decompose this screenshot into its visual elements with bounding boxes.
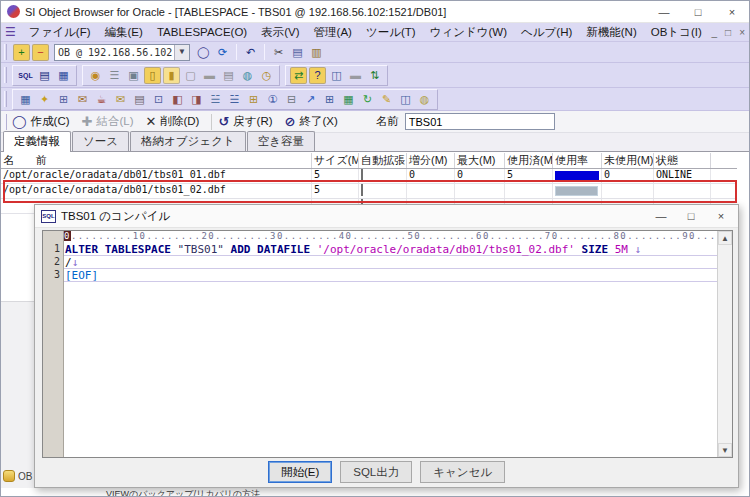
- new-object-icon[interactable]: ◯: [195, 44, 212, 61]
- menu-view[interactable]: 表示(V): [254, 23, 306, 42]
- editor-scrollbar[interactable]: ▲ ▼: [717, 231, 732, 457]
- toolbar-tools: SQL▤▦◉☰▣▯▮▢▬▤◍◷⇄?◫▬⇅: [1, 63, 749, 88]
- comment-icon[interactable]: ▬: [347, 67, 364, 84]
- connection-selector[interactable]: OB @ 192.168.56.102:152▼: [54, 44, 190, 61]
- mdi-minimize-button[interactable]: _: [712, 27, 718, 38]
- autoextend-checkbox[interactable]: [361, 169, 363, 181]
- cup-icon[interactable]: ☕: [93, 91, 110, 108]
- sql-output-button[interactable]: SQL出力: [340, 461, 412, 483]
- sql-editor[interactable]: 123 0.........10........20........30....…: [42, 230, 733, 458]
- help-tool-icon[interactable]: ?: [309, 67, 326, 84]
- envelope-icon[interactable]: ✉: [112, 91, 129, 108]
- connect-db-icon[interactable]: +: [13, 44, 30, 61]
- tab-stored-objects[interactable]: 格納オブジェクト: [130, 131, 246, 151]
- tree-a-icon[interactable]: ☱: [207, 91, 224, 108]
- copy-objects-icon[interactable]: ▤: [220, 67, 237, 84]
- menu-window[interactable]: ウィンドウ(W): [423, 23, 514, 42]
- menu-help[interactable]: ヘルプ(H): [514, 23, 579, 42]
- maximize-button[interactable]: □: [681, 1, 715, 23]
- finish-button[interactable]: ⊘終了(X): [285, 114, 338, 129]
- datafile-row[interactable]: /opt/oracle/oradata/db01/tbs01_01.dbf500…: [1, 169, 737, 184]
- app-icon: [7, 5, 20, 18]
- window-b-icon[interactable]: ◨: [188, 91, 205, 108]
- sql-token: ↓: [72, 256, 79, 269]
- column-header-name: 名 前: [1, 153, 312, 168]
- refresh-icon[interactable]: ⟳: [214, 44, 231, 61]
- column-header-status: 状態: [654, 153, 711, 168]
- db-objects-icon[interactable]: ☰: [106, 67, 123, 84]
- create-button[interactable]: ◯作成(C): [12, 114, 70, 129]
- script-executor-icon[interactable]: ▤: [36, 67, 53, 84]
- column-header-size: サイズ(M: [312, 153, 359, 168]
- dialog-minimize-button[interactable]: —: [646, 205, 676, 228]
- menu-tools[interactable]: ツール(T): [359, 23, 423, 42]
- menu-edit[interactable]: 編集(E): [98, 23, 150, 42]
- toolbar-objects: ▦✦⊞✉☕✉▤⊡◧◨☱☱⊞①⊟↗⊞▦↻✎◫◍: [1, 88, 749, 111]
- name-input[interactable]: [405, 113, 555, 130]
- dialog-maximize-button[interactable]: □: [676, 205, 706, 228]
- import-export-icon[interactable]: ⇄: [290, 67, 307, 84]
- mdi-restore-button[interactable]: □: [725, 27, 731, 38]
- scroll-down-icon[interactable]: ▼: [718, 443, 732, 457]
- menu-tablespace[interactable]: TABLESPACE(O): [150, 23, 254, 42]
- menu-file[interactable]: ファイル(F): [22, 23, 98, 42]
- cut-icon[interactable]: ✂: [270, 44, 287, 61]
- cancel-button[interactable]: キャンセル: [420, 461, 505, 483]
- settings-grid-icon[interactable]: ⊞: [245, 91, 262, 108]
- calendar-icon[interactable]: ⊞: [55, 91, 72, 108]
- storage-icon[interactable]: ▮: [163, 67, 180, 84]
- mdi-close-button[interactable]: ×: [739, 27, 745, 38]
- window-a-icon[interactable]: ◧: [169, 91, 186, 108]
- datafile-row[interactable]: /opt/oracle/oradata/db01/tbs01_02.dbf5: [1, 184, 737, 199]
- watch-window-icon[interactable]: ◫: [328, 67, 345, 84]
- recycle-icon[interactable]: ↻: [359, 91, 376, 108]
- sql-code-area[interactable]: 0.........10........20........30........…: [64, 231, 717, 457]
- page-icon[interactable]: ▢: [182, 67, 199, 84]
- key-icon[interactable]: ✦: [36, 91, 53, 108]
- delete-button[interactable]: ✕削除(D): [146, 114, 200, 129]
- cell-unused: 0: [602, 169, 654, 183]
- menu-admin[interactable]: 管理(A): [307, 23, 359, 42]
- window-ext-icon[interactable]: ⊟: [283, 91, 300, 108]
- column-window-icon[interactable]: ◫: [397, 91, 414, 108]
- server-icon[interactable]: ▣: [125, 67, 142, 84]
- tree-b-icon[interactable]: ☱: [226, 91, 243, 108]
- menu-newfeatures[interactable]: 新機能(N): [579, 23, 643, 42]
- revert-button[interactable]: ↺戻す(R): [218, 114, 272, 129]
- session-browser-icon[interactable]: ▦: [55, 67, 72, 84]
- tab-definition[interactable]: 定義情報: [3, 131, 71, 152]
- lock-icon[interactable]: ▯: [144, 67, 161, 84]
- lamp-icon[interactable]: ◍: [416, 91, 433, 108]
- paste-icon[interactable]: ▥: [308, 44, 325, 61]
- snapshot-icon[interactable]: ⊡: [150, 91, 167, 108]
- view-icon[interactable]: ▤: [131, 91, 148, 108]
- shortcut-icon[interactable]: ↗: [302, 91, 319, 108]
- line-number: 3: [43, 269, 63, 282]
- dialog-close-button[interactable]: ×: [706, 205, 736, 228]
- clock-icon[interactable]: ◷: [258, 67, 275, 84]
- chart-window-icon[interactable]: ▦: [340, 91, 357, 108]
- mdi-window-controls: _□×: [712, 23, 745, 42]
- grid-window-icon[interactable]: ⊞: [321, 91, 338, 108]
- pen-icon[interactable]: ✎: [378, 91, 395, 108]
- copy-icon[interactable]: ▤: [289, 44, 306, 61]
- scroll-up-icon[interactable]: ▲: [718, 231, 732, 245]
- user-icon[interactable]: ◉: [87, 67, 104, 84]
- disconnect-db-icon[interactable]: −: [32, 44, 49, 61]
- start-button[interactable]: 開始(E): [268, 461, 332, 483]
- mail-receive-icon[interactable]: ✉: [74, 91, 91, 108]
- tab-free-space[interactable]: 空き容量: [247, 131, 315, 151]
- sql-editor-icon[interactable]: SQL: [17, 67, 34, 84]
- chevron-down-icon[interactable]: ▼: [174, 45, 189, 60]
- sequence-icon[interactable]: ①: [264, 91, 281, 108]
- autoextend-checkbox[interactable]: [361, 184, 363, 196]
- close-button[interactable]: ×: [715, 1, 749, 23]
- network-icon[interactable]: ◍: [239, 67, 256, 84]
- menu-obtoko[interactable]: OBトコ(I): [644, 23, 709, 42]
- tab-source[interactable]: ソース: [72, 131, 129, 151]
- undo-icon[interactable]: ↶: [242, 44, 259, 61]
- db-sync-icon[interactable]: ⇅: [366, 67, 383, 84]
- object-list-icon[interactable]: ▦: [17, 91, 34, 108]
- bar-icon[interactable]: ▬: [201, 67, 218, 84]
- minimize-button[interactable]: —: [647, 1, 681, 23]
